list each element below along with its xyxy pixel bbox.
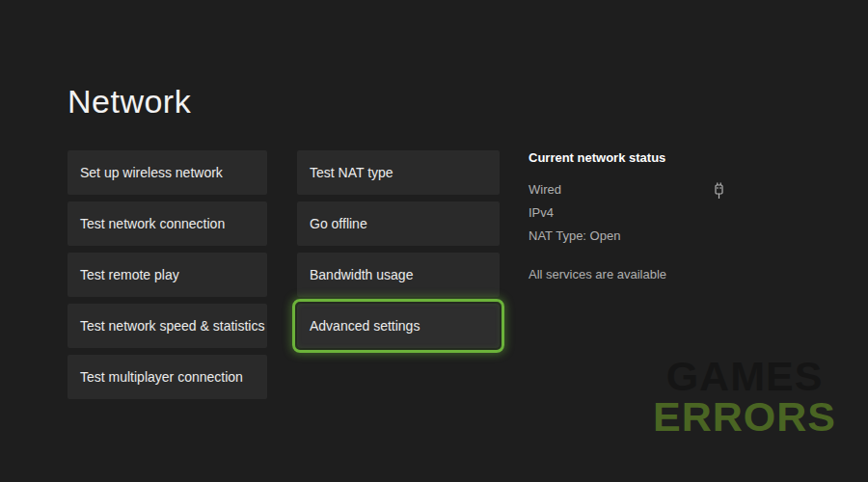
go-offline-button[interactable]: Go offline xyxy=(297,201,500,246)
connection-type-row: Wired xyxy=(529,183,733,196)
setup-wireless-network-button[interactable]: Set up wireless network xyxy=(68,150,267,195)
xbox-network-settings-screen: Network Set up wireless network Test net… xyxy=(0,0,868,482)
games-errors-watermark: GAMES ERRORS xyxy=(653,356,836,437)
ethernet-plug-icon xyxy=(713,181,725,201)
advanced-settings-button[interactable]: Advanced settings xyxy=(297,304,500,348)
test-multiplayer-connection-button[interactable]: Test multiplayer connection xyxy=(68,355,267,399)
ip-version-row: IPv4 xyxy=(529,206,733,219)
page-title: Network xyxy=(68,83,191,120)
test-nat-type-button[interactable]: Test NAT type xyxy=(297,150,500,195)
test-remote-play-button[interactable]: Test remote play xyxy=(68,253,267,297)
network-menu-middle-column: Test NAT type Go offline Bandwidth usage… xyxy=(297,150,500,348)
bandwidth-usage-button[interactable]: Bandwidth usage xyxy=(297,253,500,297)
network-menu-left-column: Set up wireless network Test network con… xyxy=(68,150,267,399)
current-network-status-panel: Current network status Wired IPv4 NAT Ty… xyxy=(529,150,733,281)
test-network-connection-button[interactable]: Test network connection xyxy=(68,201,267,246)
connection-type-label: Wired xyxy=(529,182,561,197)
status-panel-heading: Current network status xyxy=(529,150,733,165)
services-status-text: All services are available xyxy=(529,268,733,281)
test-network-speed-statistics-button[interactable]: Test network speed & statistics xyxy=(68,304,267,348)
watermark-line-errors: ERRORS xyxy=(653,396,836,437)
nat-type-row: NAT Type: Open xyxy=(529,229,733,242)
watermark-line-games: GAMES xyxy=(653,356,836,396)
